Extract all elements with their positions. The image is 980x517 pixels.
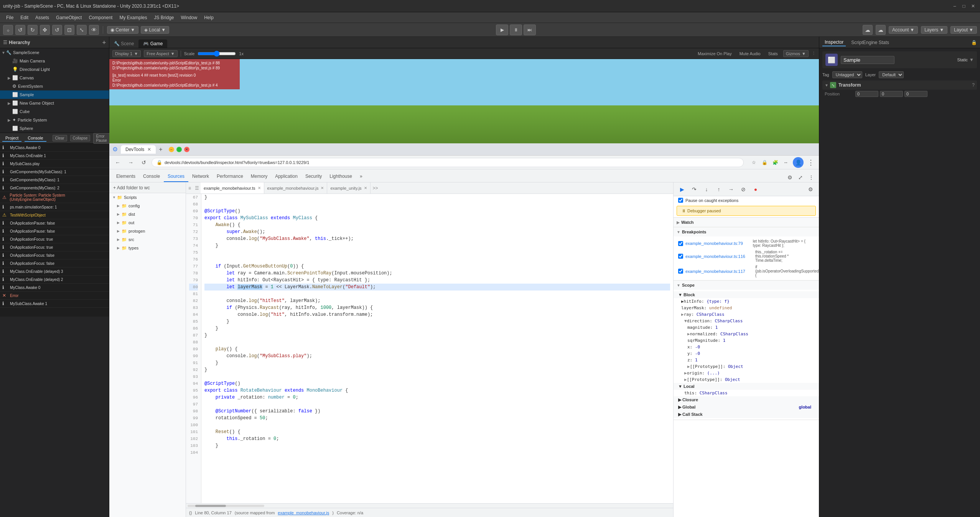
toolbar-view[interactable]: 👁 [89,25,99,35]
tab-project[interactable]: Project [2,135,21,142]
console-item[interactable]: ℹGetComponents(MyClass): 1 [0,176,109,184]
static-dropdown-arrow[interactable]: ▼ [969,57,974,62]
hierarchy-scene-root[interactable]: ▼ 🔧 SampleScene [0,48,109,57]
console-item[interactable]: ℹps.main.simulationSpace: 1 [0,203,109,211]
pos-z[interactable] [904,91,927,97]
tab-console[interactable]: Console [25,135,46,142]
error-pause-btn[interactable]: Error Pause [93,133,109,144]
tab-performance[interactable]: Performance [213,171,247,182]
display-selector[interactable]: Display 1 ▼ [112,50,141,57]
console-item[interactable]: ⚠Particle System: Particle System (Unity… [0,192,109,203]
console-item[interactable]: ℹOnApplicationFocus: false [0,259,109,268]
editor-tab-monobehaviour-ts[interactable]: example_monobehaviour.ts ✕ [201,182,264,194]
tab-game[interactable]: 🎮 Game [138,39,167,48]
more-icon[interactable]: ⋮ [807,173,816,182]
src-src-folder[interactable]: ▶📁src [109,235,186,244]
forward-btn[interactable]: → [125,157,136,168]
devtools-tab[interactable]: DevTools ✕ [121,145,156,154]
toolbar-scale[interactable]: ⊡ [64,25,74,35]
hierarchy-item-particle[interactable]: ▶✦Particle System [0,116,109,124]
toolbar-move[interactable]: ✥ [40,25,50,35]
collab-btn[interactable]: ☁ [863,25,873,35]
sync-icon[interactable]: ↔ [781,158,791,167]
editor-tab-unity-js[interactable]: example_unity.js ✕ [327,182,370,194]
bookmark-icon[interactable]: ☆ [749,158,758,167]
extension-icon[interactable]: 🧩 [771,158,780,167]
menu-item-my examples[interactable]: My Examples [116,14,150,21]
breakpoint-3[interactable]: example_monobehaviour.ts:117 if (jsb.isO… [674,264,819,279]
more-tabs-btn[interactable]: >> [371,185,380,191]
minimize-button[interactable]: – [951,2,959,10]
console-item[interactable]: ℹMySubClass.Awake 1 [0,300,109,308]
tab-scene[interactable]: 🔧 Scene [109,39,138,48]
step-button[interactable]: ⏭ [524,25,536,35]
editor-tab-monobehaviour-js[interactable]: example_monobehaviour.js ✕ [264,182,328,194]
tab-close-js[interactable]: ✕ [321,186,324,190]
inspector-lock-icon[interactable]: 🔒 [971,40,977,45]
step-into-btn[interactable]: ↓ [701,184,712,195]
console-item[interactable]: ℹMyClass.OnEnable 1 [0,152,109,160]
menu-item-help[interactable]: Help [201,14,217,21]
devtools-minimize[interactable]: – [169,147,174,152]
dock-icon[interactable]: ⤢ [796,173,805,182]
maximize-button[interactable]: □ [960,2,968,10]
toolbar-transform[interactable]: ⤡ [77,25,87,35]
center-dropdown[interactable]: ◉ Center ▼ [107,26,138,34]
options-icon[interactable]: ⋮ [812,51,816,56]
code-content[interactable]: 6768697071 7273747576 7778798081 8283848… [186,194,673,503]
editor-tabs-toggle[interactable]: ≡ [186,185,193,191]
tab-network[interactable]: Network [188,171,213,182]
src-protogen-folder[interactable]: ▶📁protogen [109,227,186,235]
services-btn[interactable]: ☁ [876,25,886,35]
tag-selector[interactable]: Untagged [832,71,862,78]
tab-close-ts[interactable]: ✕ [258,186,261,190]
hierarchy-item-dir-light[interactable]: 💡Directional Light [0,65,109,74]
tab-more[interactable]: » [356,171,366,182]
add-tab-btn[interactable]: + [159,146,162,153]
devtools-maximize[interactable]: □ [176,147,182,152]
browser-menu-icon[interactable]: ⋮ [806,157,816,168]
collapse-btn[interactable]: Collapse [70,135,91,141]
reload-btn[interactable]: ↺ [138,157,149,168]
hierarchy-add-btn[interactable]: + [102,39,106,46]
menu-item-gameobject[interactable]: GameObject [53,14,85,21]
toolbar-btn-2[interactable]: ↺ [15,25,25,35]
console-item[interactable]: ⚠TestWithScriptObject [0,211,109,219]
obj-name-input[interactable] [841,56,894,64]
settings-icon[interactable]: ⚙ [785,173,794,182]
src-scripts-folder[interactable]: ▼ 📁 Scripts [109,193,186,202]
src-out-folder[interactable]: ▶📁out [109,218,186,227]
add-folder-btn[interactable]: + Add folder to wc [112,184,152,191]
mute-toggle[interactable]: Mute Audio [737,51,763,57]
tab-sources[interactable]: Sources [164,171,188,182]
scope-header[interactable]: ▼ Scope [674,281,819,290]
security-icon[interactable]: 🔒 [760,158,769,167]
maximize-toggle[interactable]: Maximize On Play [695,51,734,57]
hierarchy-item-main-camera[interactable]: 🎥Main Camera [0,57,109,65]
step-out-btn[interactable]: ↑ [713,184,724,195]
devtools-close[interactable]: ✕ [184,147,189,152]
close-button[interactable]: ✕ [969,2,977,10]
profile-icon[interactable]: 👤 [793,157,804,168]
src-dist-folder[interactable]: ▶📁dist [109,210,186,218]
breakpoints-header[interactable]: ▼ Breakpoints [674,227,819,236]
console-item[interactable]: ℹOnApplicationPause: false [0,227,109,235]
console-item[interactable]: ℹMyClass.OnEnable (delayed) 2 [0,276,109,284]
console-item[interactable]: ℹMyClass.Awake 0 [0,284,109,292]
stats-toggle[interactable]: Stats [766,51,780,57]
address-bar[interactable]: 🔒 devtools://devtools/bundled/inspector.… [152,158,744,167]
tab-inspector[interactable]: Inspector [822,39,846,46]
aspect-selector[interactable]: Free Aspect ▼ [144,50,178,57]
deactivate-btn[interactable]: ⊘ [738,184,749,195]
toolbar-rotate[interactable]: ↺ [52,25,62,35]
transform-component-header[interactable]: ▼ ⤡ Transform ? [822,80,977,90]
tab-memory[interactable]: Memory [247,171,271,182]
bp-checkbox-1[interactable] [678,241,683,246]
bp-checkbox-2[interactable] [678,254,683,259]
src-config-folder[interactable]: ▶📁config [109,202,186,210]
tab-elements[interactable]: Elements [112,171,139,182]
record-btn[interactable]: ● [750,184,761,195]
pause-caught-checkbox[interactable] [678,198,683,203]
step-over-btn[interactable]: ↷ [689,184,700,195]
hierarchy-item-cube[interactable]: ⬜Cube [0,107,109,116]
